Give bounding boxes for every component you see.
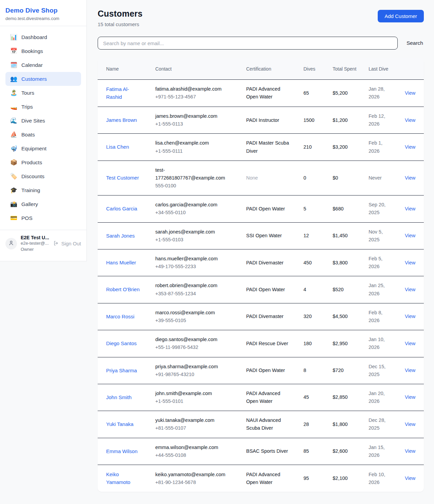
sidebar-item-pos[interactable]: 💳 POS — [5, 211, 81, 225]
customer-total-spent: $1,200 — [333, 117, 348, 123]
view-customer-link[interactable]: View — [405, 233, 415, 238]
customer-email: sarah.jones@example.com — [155, 228, 234, 236]
customer-dives: 210 — [303, 144, 312, 150]
sidebar-item-trips[interactable]: 🚤 Trips — [5, 100, 81, 114]
sidebar-item-products[interactable]: 📦 Products — [5, 155, 81, 169]
table-row: James Brown james.brown@example.com +1-5… — [98, 107, 424, 133]
sidebar-item-gallery[interactable]: 📸 Gallery — [5, 197, 81, 211]
view-customer-link[interactable]: View — [405, 422, 415, 427]
customer-name-link[interactable]: Test Customer — [106, 174, 139, 182]
shop-domain: demo.test.divestreams.com — [5, 16, 81, 21]
table-row: Yuki Tanaka yuki.tanaka@example.com +81-… — [98, 411, 424, 438]
shop-header: Demo Dive Shop demo.test.divestreams.com — [0, 0, 86, 26]
customer-total-spent: $0 — [333, 175, 338, 181]
customer-certification: PADI Advanced Open Water — [246, 391, 280, 404]
equipment-icon: 🤿 — [10, 145, 17, 152]
add-customer-button[interactable]: Add Customer — [378, 10, 424, 22]
customer-last-dive: Dec 15, 2025 — [369, 364, 386, 377]
customer-email: lisa.chen@example.com — [155, 139, 234, 147]
view-customer-link[interactable]: View — [405, 394, 415, 400]
view-customer-link[interactable]: View — [405, 206, 415, 211]
customer-name-link[interactable]: Lisa Chen — [106, 143, 129, 151]
sidebar-nav: 📊 Dashboard 📅 Bookings 🗓️ Calendar 👥 Cus… — [0, 26, 86, 228]
table-row: Hans Mueller hans.mueller@example.com +4… — [98, 249, 424, 276]
sidebar-item-boats[interactable]: ⛵ Boats — [5, 128, 81, 142]
customer-name-link[interactable]: Robert O'Brien — [106, 285, 140, 293]
sidebar-item-bookings[interactable]: 📅 Bookings — [5, 44, 81, 58]
customer-last-dive: Nov 5, 2025 — [369, 229, 383, 242]
customer-email: fatima.alrashid@example.com — [155, 85, 234, 93]
customer-certification: PADI Instructor — [246, 117, 279, 123]
customer-certification: PADI Divemaster — [246, 314, 283, 319]
customer-name-link[interactable]: Diego Santos — [106, 339, 137, 347]
customer-certification: PADI Advanced Open Water — [246, 472, 280, 485]
sidebar-item-discounts[interactable]: 🏷️ Discounts — [5, 169, 81, 183]
customer-total-spent: $2,850 — [333, 394, 348, 400]
pos-icon: 💳 — [10, 214, 17, 222]
table-row: Marco Rossi marco.rossi@example.com +39-… — [98, 303, 424, 330]
sidebar-item-dashboard[interactable]: 📊 Dashboard — [5, 30, 81, 44]
view-customer-link[interactable]: View — [405, 475, 415, 481]
nav-label: Training — [21, 187, 40, 193]
view-customer-link[interactable]: View — [405, 117, 415, 123]
customer-name-link[interactable]: Carlos Garcia — [106, 205, 137, 212]
customer-phone: +81-90-1234-5678 — [155, 479, 234, 486]
sidebar-item-customers[interactable]: 👥 Customers — [5, 72, 81, 86]
nav-label: POS — [21, 215, 33, 221]
customer-name-link[interactable]: Yuki Tanaka — [106, 420, 134, 428]
customer-name-link[interactable]: Priya Sharma — [106, 367, 137, 374]
col-header-contact: Contact — [147, 58, 238, 79]
customer-last-dive: Jan 28, 2026 — [369, 86, 385, 99]
customer-phone: +44-555-0108 — [155, 451, 234, 459]
view-customer-link[interactable]: View — [405, 144, 415, 150]
view-customer-link[interactable]: View — [405, 260, 415, 265]
view-customer-link[interactable]: View — [405, 175, 415, 181]
user-email: e2e-tester@... — [21, 240, 50, 246]
sidebar-item-calendar[interactable]: 🗓️ Calendar — [5, 58, 81, 72]
customer-email: keiko.yamamoto@example.com — [155, 471, 234, 479]
customer-name-link[interactable]: Marco Rossi — [106, 313, 134, 320]
sidebar-item-equipment[interactable]: 🤿 Equipment — [5, 142, 81, 155]
customer-name-link[interactable]: Emma Wilson — [106, 447, 138, 455]
customer-certification: BSAC Sports Diver — [246, 448, 288, 454]
customer-name-link[interactable]: Hans Mueller — [106, 259, 136, 266]
customer-name-link[interactable]: Keiko Yamamoto — [106, 470, 143, 486]
customer-certification: PADI Open Water — [246, 287, 285, 292]
customer-phone: +1-555-0103 — [155, 236, 234, 244]
nav-label: Customers — [21, 76, 47, 82]
customer-name-link[interactable]: Fatima Al-Rashid — [106, 85, 143, 101]
search-button[interactable]: Search — [406, 39, 424, 48]
customer-name-link[interactable]: James Brown — [106, 116, 137, 124]
customer-certification: NAUI Advanced Scuba Diver — [246, 417, 281, 431]
gallery-icon: 📸 — [10, 201, 17, 208]
customer-phone: +1-555-0101 — [155, 397, 234, 405]
view-customer-link[interactable]: View — [405, 341, 415, 346]
avatar — [5, 238, 17, 249]
sidebar-item-tours[interactable]: 🏝️ Tours — [5, 86, 81, 100]
view-customer-link[interactable]: View — [405, 368, 415, 373]
view-customer-link[interactable]: View — [405, 90, 415, 96]
view-customer-link[interactable]: View — [405, 287, 415, 292]
user-name: E2E Test U... — [21, 235, 50, 240]
customer-email: diego.santos@example.com — [155, 336, 234, 343]
customer-last-dive: Sep 20, 2025 — [369, 202, 386, 215]
sidebar-item-dive-sites[interactable]: 🌊 Dive Sites — [5, 114, 81, 128]
customer-certification: None — [246, 175, 258, 181]
customer-dives: 85 — [303, 448, 309, 454]
customer-name-link[interactable]: Sarah Jones — [106, 232, 135, 240]
customer-total-spent: $2,100 — [333, 475, 348, 481]
search-input[interactable] — [98, 37, 398, 50]
nav-label: Equipment — [21, 146, 46, 152]
dive-sites-icon: 🌊 — [10, 117, 17, 124]
customer-phone: +49-170-555-2233 — [155, 263, 234, 270]
view-customer-link[interactable]: View — [405, 314, 415, 319]
sidebar-user-footer: E2E Test U... e2e-tester@... Owner Sign … — [0, 230, 86, 258]
customer-email: emma.wilson@example.com — [155, 444, 234, 451]
sidebar-item-training[interactable]: 🎓 Training — [5, 183, 81, 197]
page-title-block: Customers 15 total customers — [98, 9, 142, 27]
sign-out-button[interactable]: Sign Out — [53, 240, 81, 247]
customer-dives: 450 — [303, 260, 312, 265]
table-row: Keiko Yamamoto keiko.yamamoto@example.co… — [98, 465, 424, 492]
view-customer-link[interactable]: View — [405, 448, 415, 454]
customer-name-link[interactable]: John Smith — [106, 393, 132, 401]
